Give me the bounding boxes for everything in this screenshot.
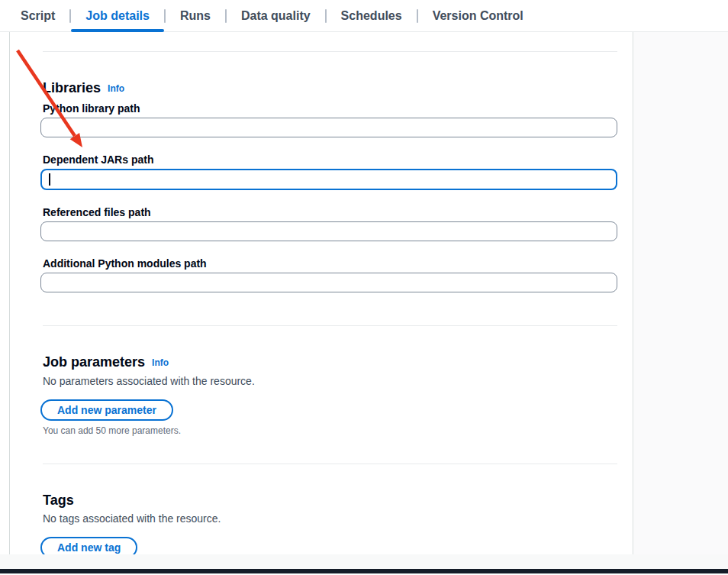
job-details-content: LibrariesInfo Python library path Depend… [9,32,633,554]
referenced-files-path-label: Referenced files path [43,205,617,219]
tags-empty-text: No tags associated with the resource. [43,512,617,525]
tab-script[interactable]: Script [6,0,69,32]
add-new-parameter-button[interactable]: Add new parameter [40,399,173,421]
tab-runs[interactable]: Runs [166,0,225,32]
libraries-title: LibrariesInfo [43,79,617,97]
tags-title: Tags [43,492,617,509]
glue-job-page: Script Job details Runs Data quality Sch… [0,0,728,575]
dependent-jars-path-input[interactable] [40,169,617,190]
job-parameters-info-link[interactable]: Info [152,357,169,368]
section-divider [43,325,617,326]
tab-schedules[interactable]: Schedules [327,0,417,32]
dependent-jars-path-label: Dependent JARs path [43,153,617,166]
libraries-title-text: Libraries [43,80,101,95]
section-divider [43,51,617,52]
additional-python-modules-path-label: Additional Python modules path [43,257,617,270]
section-divider [43,464,617,464]
python-library-path-input[interactable] [40,118,617,137]
bottom-strip [0,554,728,569]
python-library-path-label: Python library path [43,102,617,115]
libraries-section: LibrariesInfo Python library path Depend… [40,79,617,292]
job-parameters-title-text: Job parameters [43,354,145,370]
right-gutter-panel [634,32,728,554]
job-parameters-title: Job parametersInfo [43,354,617,371]
text-cursor [49,173,50,186]
tab-bar: Script Job details Runs Data quality Sch… [0,0,728,32]
referenced-files-path-input[interactable] [40,221,617,241]
tab-data-quality[interactable]: Data quality [227,0,325,32]
add-new-tag-button[interactable]: Add new tag [40,537,137,554]
tags-section: Tags No tags associated with the resourc… [40,492,617,554]
additional-python-modules-path-input[interactable] [40,273,617,292]
job-parameters-section: Job parametersInfo No parameters associa… [40,354,617,436]
libraries-info-link[interactable]: Info [108,83,124,94]
tab-job-details[interactable]: Job details [71,0,164,32]
tab-version-control[interactable]: Version Control [418,0,538,32]
job-parameters-empty-text: No parameters associated with the resour… [43,374,617,388]
job-parameters-hint-text: You can add 50 more parameters. [43,425,617,436]
window-bottom-edge [0,569,728,573]
